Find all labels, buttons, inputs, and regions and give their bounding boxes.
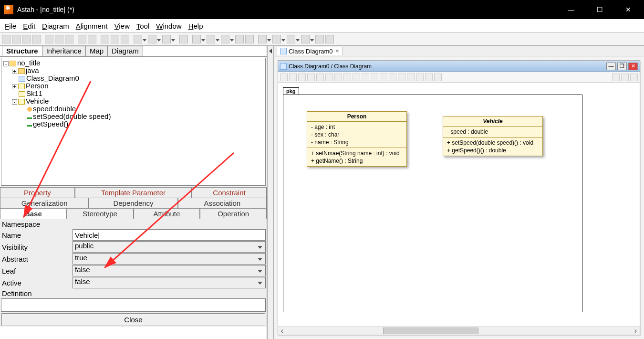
save-icon[interactable] bbox=[22, 35, 31, 43]
tree-setspeed[interactable]: setSpeed(double speed) bbox=[33, 112, 111, 120]
close-button[interactable]: ✕ bbox=[621, 6, 635, 13]
distribute-v-icon[interactable] bbox=[272, 35, 281, 43]
zoom-tool-icon[interactable] bbox=[621, 74, 629, 81]
align-left-icon[interactable] bbox=[192, 35, 201, 43]
diagram-canvas[interactable]: pkg Person - age : int - sex : char - na… bbox=[278, 83, 640, 327]
copy-icon[interactable] bbox=[45, 35, 53, 43]
tab-association[interactable]: Association bbox=[178, 198, 267, 208]
package-icon[interactable] bbox=[298, 74, 306, 81]
tab-template-parameter[interactable]: Template Parameter bbox=[75, 187, 192, 198]
menu-diagram[interactable]: Diagram bbox=[40, 21, 71, 31]
tab-constraint[interactable]: Constraint bbox=[192, 187, 267, 198]
resize-icon[interactable] bbox=[301, 35, 310, 43]
tree-root[interactable]: no_title bbox=[17, 59, 40, 67]
structure-tree[interactable]: -no_title +java Class_Diagram0 +Person S… bbox=[1, 58, 266, 186]
paste-icon[interactable] bbox=[55, 35, 63, 43]
tab-stereotype[interactable]: Stereotype bbox=[67, 208, 134, 219]
image-icon[interactable] bbox=[434, 74, 442, 81]
layout-icon[interactable] bbox=[287, 35, 295, 43]
menu-window[interactable]: Window bbox=[154, 21, 183, 31]
redo-icon[interactable] bbox=[88, 35, 96, 43]
snap-icon[interactable] bbox=[612, 74, 620, 81]
print-icon[interactable] bbox=[32, 35, 41, 43]
open-icon[interactable] bbox=[12, 35, 21, 43]
visibility-select[interactable]: public bbox=[73, 241, 266, 253]
tree-getspeed[interactable]: getSpeed() bbox=[33, 120, 68, 128]
zoom-in-icon[interactable] bbox=[121, 35, 129, 43]
undo-icon[interactable] bbox=[78, 35, 86, 43]
assoc-icon[interactable] bbox=[334, 74, 342, 81]
menu-view[interactable]: View bbox=[112, 21, 131, 31]
tab-attribute[interactable]: Attribute bbox=[134, 208, 200, 219]
tab-inheritance[interactable]: Inheritance bbox=[42, 46, 86, 56]
close-tab-icon[interactable]: × bbox=[334, 49, 340, 54]
nav-fwd-icon[interactable] bbox=[162, 35, 171, 43]
window-close-button[interactable]: ✕ bbox=[628, 63, 638, 70]
tree-diagram[interactable]: Class_Diagram0 bbox=[26, 74, 79, 82]
scroll-left-icon[interactable]: ‹ bbox=[278, 327, 286, 335]
aggr-icon[interactable] bbox=[371, 74, 378, 81]
tab-operation[interactable]: Operation bbox=[200, 208, 267, 219]
menu-edit[interactable]: Edit bbox=[21, 21, 37, 31]
window-restore-button[interactable]: ❐ bbox=[617, 63, 627, 70]
rect-icon[interactable] bbox=[425, 74, 433, 81]
scroll-right-icon[interactable]: › bbox=[632, 327, 640, 335]
new-icon[interactable] bbox=[2, 35, 10, 43]
comp-icon[interactable] bbox=[380, 74, 387, 81]
distribute-h-icon[interactable] bbox=[258, 35, 267, 43]
active-select[interactable]: false bbox=[73, 277, 266, 288]
close-button[interactable]: Close bbox=[1, 313, 265, 326]
tab-diagram[interactable]: Diagram bbox=[107, 46, 143, 56]
menu-file[interactable]: File bbox=[3, 21, 18, 31]
real-icon[interactable] bbox=[353, 74, 360, 81]
grid-icon[interactable] bbox=[179, 35, 188, 43]
tree-vehicle[interactable]: Vehicle bbox=[26, 97, 49, 105]
align-center-icon[interactable] bbox=[207, 35, 215, 43]
tree-sk11[interactable]: Sk11 bbox=[26, 89, 42, 97]
tab-property[interactable]: Property bbox=[0, 187, 75, 198]
gen-icon[interactable] bbox=[343, 74, 351, 81]
text-icon[interactable] bbox=[416, 74, 424, 81]
menu-help[interactable]: Help bbox=[187, 21, 205, 31]
doc-tab-class-diagram[interactable]: Class Diagram0 × bbox=[277, 47, 343, 55]
tab-structure[interactable]: Structure bbox=[2, 46, 42, 56]
class-icon[interactable] bbox=[289, 74, 297, 81]
tab-map[interactable]: Map bbox=[85, 46, 108, 56]
tab-dependency[interactable]: Dependency bbox=[89, 198, 177, 208]
maximize-button[interactable]: ☐ bbox=[592, 6, 607, 13]
nav-back-icon[interactable] bbox=[148, 35, 156, 43]
align-vmid-icon[interactable] bbox=[245, 35, 254, 43]
port-icon[interactable] bbox=[398, 74, 405, 81]
tree-speed[interactable]: speed:double bbox=[33, 105, 76, 113]
pan-icon[interactable] bbox=[630, 74, 638, 81]
tree-java[interactable]: java bbox=[26, 66, 39, 74]
splitter[interactable] bbox=[267, 46, 274, 339]
misc-2-icon[interactable] bbox=[325, 35, 334, 43]
zoom-out-icon[interactable] bbox=[101, 35, 109, 43]
align-top-icon[interactable] bbox=[235, 35, 244, 43]
tab-base[interactable]: Base bbox=[0, 208, 67, 219]
scroll-thumb[interactable] bbox=[383, 328, 478, 334]
uml-class-vehicle[interactable]: Vehicle - speed : double + setSpeed(doub… bbox=[443, 116, 543, 156]
tree-person[interactable]: Person bbox=[26, 82, 49, 90]
menu-alignment[interactable]: Alignment bbox=[74, 21, 110, 31]
minimize-button[interactable]: — bbox=[564, 6, 578, 13]
line-icon[interactable] bbox=[325, 74, 333, 81]
name-field[interactable] bbox=[73, 229, 266, 241]
cut-icon[interactable] bbox=[65, 35, 73, 43]
dep-icon[interactable] bbox=[362, 74, 369, 81]
leaf-select[interactable]: false bbox=[73, 265, 266, 276]
cursor-icon[interactable] bbox=[280, 74, 288, 81]
dots-icon[interactable] bbox=[407, 74, 415, 81]
zoom-fit-icon[interactable] bbox=[111, 35, 119, 43]
select-icon[interactable] bbox=[134, 35, 142, 43]
window-minimize-button[interactable]: — bbox=[606, 63, 616, 70]
enum-icon[interactable] bbox=[316, 74, 324, 81]
misc-1-icon[interactable] bbox=[315, 35, 324, 43]
usage-icon[interactable] bbox=[389, 74, 396, 81]
align-right-icon[interactable] bbox=[221, 35, 229, 43]
uml-class-person[interactable]: Person - age : int - sex : char - name :… bbox=[307, 111, 407, 167]
definition-box[interactable] bbox=[1, 298, 266, 312]
tab-generalization[interactable]: Generalization bbox=[0, 198, 89, 208]
interface-icon[interactable] bbox=[307, 74, 315, 81]
